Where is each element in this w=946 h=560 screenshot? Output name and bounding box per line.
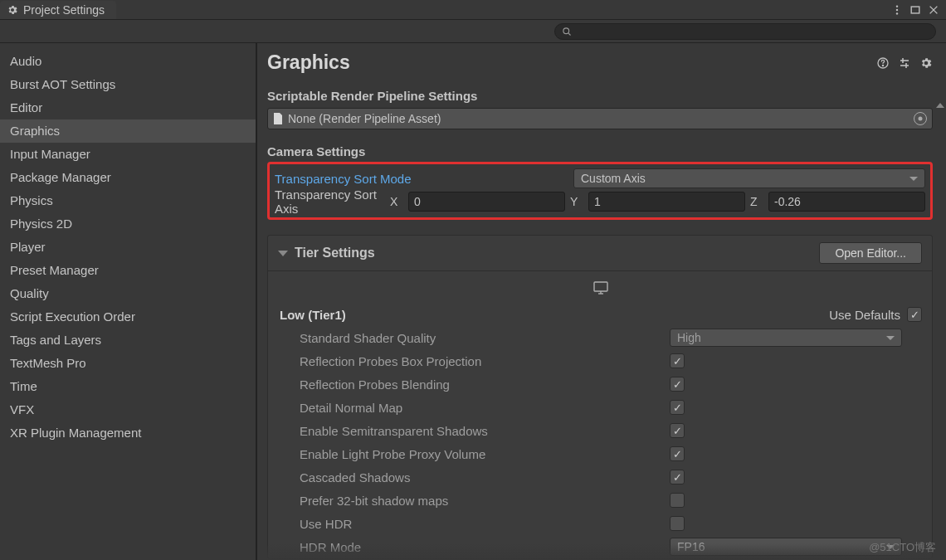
tier-row-label: Standard Shader Quality bbox=[280, 331, 670, 345]
sidebar-item-package-manager[interactable]: Package Manager bbox=[0, 166, 256, 189]
svg-point-0 bbox=[896, 5, 898, 7]
svg-rect-14 bbox=[594, 282, 607, 291]
axis-z-input[interactable] bbox=[768, 192, 925, 212]
sidebar-item-textmesh-pro[interactable]: TextMesh Pro bbox=[0, 352, 256, 375]
gear-icon bbox=[7, 4, 18, 16]
tier-row-label: Cascaded Shadows bbox=[280, 470, 670, 485]
sidebar-item-vfx[interactable]: VFX bbox=[0, 398, 256, 421]
sidebar-item-physics-2d[interactable]: Physics 2D bbox=[0, 212, 256, 236]
tier-row: Reflection Probes Box Projection bbox=[280, 349, 922, 373]
tier-row: Prefer 32-bit shadow maps bbox=[280, 489, 922, 512]
tier-settings-box: Tier Settings Open Editor... Low (Tier1)… bbox=[267, 235, 933, 559]
srp-asset-value: None (Render Pipeline Asset) bbox=[288, 112, 441, 125]
object-picker-icon[interactable] bbox=[914, 112, 927, 125]
tier-row-label: Detail Normal Map bbox=[280, 401, 670, 415]
sidebar-item-xr-plugin-management[interactable]: XR Plugin Management bbox=[0, 421, 256, 445]
chevron-down-icon bbox=[909, 177, 918, 181]
search-row bbox=[0, 20, 946, 43]
sort-mode-dropdown[interactable]: Custom Axis bbox=[573, 168, 925, 188]
axis-x-input[interactable] bbox=[408, 192, 565, 212]
page-title: Graphics bbox=[267, 51, 350, 74]
window-tab[interactable]: Project Settings bbox=[0, 1, 116, 19]
svg-point-9 bbox=[882, 65, 883, 66]
tier-checkbox[interactable] bbox=[670, 400, 685, 415]
sidebar-item-audio[interactable]: Audio bbox=[0, 50, 256, 73]
tier-checkbox[interactable] bbox=[670, 353, 685, 368]
chevron-down-icon bbox=[886, 336, 895, 340]
tier-row-label: Enable Semitransparent Shadows bbox=[280, 424, 670, 438]
srp-heading: Scriptable Render Pipeline Settings bbox=[267, 89, 933, 103]
tier-checkbox[interactable] bbox=[670, 446, 685, 461]
axis-y-input[interactable] bbox=[588, 192, 745, 212]
svg-point-6 bbox=[563, 27, 569, 33]
document-icon bbox=[273, 113, 283, 124]
use-defaults-label: Use Defaults bbox=[829, 308, 900, 322]
tier-dropdown[interactable]: High bbox=[670, 329, 902, 347]
tier-row: HDR ModeFP16 bbox=[280, 535, 922, 558]
sidebar-item-input-manager[interactable]: Input Manager bbox=[0, 143, 256, 166]
sidebar-item-player[interactable]: Player bbox=[0, 236, 256, 259]
tier-row: Standard Shader QualityHigh bbox=[280, 326, 922, 349]
preset-icon[interactable] bbox=[898, 56, 911, 70]
scroll-up-indicator bbox=[936, 103, 944, 108]
kebab-icon[interactable] bbox=[891, 4, 903, 16]
close-icon[interactable] bbox=[928, 4, 939, 16]
open-editor-button[interactable]: Open Editor... bbox=[819, 242, 922, 264]
tier-checkbox[interactable] bbox=[670, 516, 685, 531]
svg-point-1 bbox=[896, 8, 898, 10]
window-title: Project Settings bbox=[23, 3, 105, 17]
sidebar-item-burst-aot-settings[interactable]: Burst AOT Settings bbox=[0, 73, 256, 96]
highlight-box: Transparency Sort Mode Custom Axis Trans… bbox=[267, 162, 933, 220]
srp-asset-field[interactable]: None (Render Pipeline Asset) bbox=[267, 108, 933, 129]
settings-icon[interactable] bbox=[919, 56, 933, 70]
tier-row-label: Reflection Probes Blending bbox=[280, 377, 670, 392]
tier-checkbox[interactable] bbox=[670, 470, 685, 485]
tier-row-label: Reflection Probes Box Projection bbox=[280, 354, 670, 368]
sort-mode-label: Transparency Sort Mode bbox=[275, 172, 573, 186]
tier-row-label: Prefer 32-bit shadow maps bbox=[280, 494, 670, 508]
tier-row-label: HDR Mode bbox=[280, 540, 670, 554]
foldout-arrow-icon[interactable] bbox=[278, 251, 288, 256]
tier-row: Reflection Probes Blending bbox=[280, 373, 922, 396]
tier-heading: Tier Settings bbox=[295, 246, 375, 261]
sidebar-item-editor[interactable]: Editor bbox=[0, 96, 256, 119]
watermark: @51CTO博客 bbox=[869, 540, 936, 555]
titlebar: Project Settings bbox=[0, 0, 946, 20]
sidebar-item-quality[interactable]: Quality bbox=[0, 282, 256, 305]
tier-checkbox[interactable] bbox=[670, 423, 685, 438]
tier-row: Use HDR bbox=[280, 512, 922, 535]
axis-x-label: X bbox=[390, 195, 403, 208]
sidebar-item-physics[interactable]: Physics bbox=[0, 189, 256, 212]
tier-checkbox[interactable] bbox=[670, 493, 685, 508]
search-icon bbox=[562, 27, 572, 37]
tier-row: Enable Light Probe Proxy Volume bbox=[280, 442, 922, 465]
sidebar-item-preset-manager[interactable]: Preset Manager bbox=[0, 259, 256, 282]
svg-point-2 bbox=[896, 12, 898, 14]
sidebar-item-tags-and-layers[interactable]: Tags and Layers bbox=[0, 329, 256, 352]
sort-axis-label: Transparency Sort Axis bbox=[275, 187, 390, 216]
tier-group-label: Low (Tier1) bbox=[280, 308, 670, 322]
tier-row: Cascaded Shadows bbox=[280, 465, 922, 489]
sidebar: AudioBurst AOT SettingsEditorGraphicsInp… bbox=[0, 43, 257, 560]
tier-row-label: Use HDR bbox=[280, 517, 670, 531]
monitor-icon bbox=[592, 281, 609, 295]
camera-heading: Camera Settings bbox=[267, 144, 933, 158]
tier-row: Detail Normal Map bbox=[280, 396, 922, 419]
tier-checkbox[interactable] bbox=[670, 377, 685, 392]
content-pane: Graphics Scriptable Render Pipeline Sett… bbox=[257, 43, 946, 560]
axis-z-label: Z bbox=[750, 195, 763, 208]
tier-row-label: Enable Light Probe Proxy Volume bbox=[280, 447, 670, 461]
search-input[interactable] bbox=[554, 23, 936, 40]
tier-dropdown[interactable]: FP16 bbox=[670, 538, 902, 556]
svg-rect-3 bbox=[911, 7, 919, 13]
use-defaults-checkbox[interactable] bbox=[907, 307, 922, 322]
sidebar-item-time[interactable]: Time bbox=[0, 375, 256, 398]
sidebar-item-graphics[interactable]: Graphics bbox=[0, 119, 256, 143]
sidebar-item-script-execution-order[interactable]: Script Execution Order bbox=[0, 305, 256, 329]
axis-y-label: Y bbox=[570, 195, 583, 208]
svg-line-7 bbox=[568, 33, 570, 35]
tier-row: Enable Semitransparent Shadows bbox=[280, 419, 922, 442]
maximize-icon[interactable] bbox=[909, 4, 921, 16]
help-icon[interactable] bbox=[876, 56, 890, 70]
